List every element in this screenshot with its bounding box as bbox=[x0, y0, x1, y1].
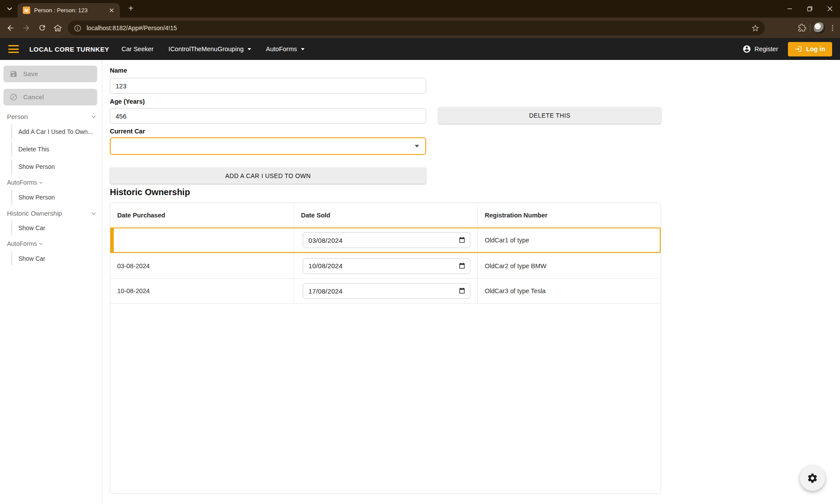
cancel-icon bbox=[10, 93, 18, 101]
cell-registration: OldCar2 of type BMW bbox=[477, 253, 661, 278]
home-button[interactable] bbox=[52, 23, 63, 33]
login-button[interactable]: Log in bbox=[788, 42, 833, 56]
app-nav: Car Seeker IControlTheMenuGrouping AutoF… bbox=[122, 46, 304, 52]
date-sold-input[interactable]: 10/08/2024 bbox=[303, 258, 470, 274]
add-car-button[interactable]: ADD A CAR I USED TO OWN bbox=[110, 168, 426, 184]
reload-button[interactable] bbox=[37, 23, 47, 33]
date-sold-input[interactable]: 03/08/2024 bbox=[303, 232, 470, 248]
browser-tab[interactable]: M Person : Person: 123 ✕ bbox=[18, 3, 120, 18]
toolbar-divider bbox=[810, 24, 810, 32]
sidebar-item-show-car[interactable]: Show Car bbox=[11, 220, 45, 235]
login-icon bbox=[795, 46, 802, 52]
register-button[interactable]: Register bbox=[742, 45, 778, 53]
delete-this-button[interactable]: DELETE THIS bbox=[438, 107, 661, 124]
minimize-button[interactable] bbox=[780, 0, 800, 18]
cancel-button[interactable]: Cancel bbox=[4, 89, 97, 105]
table-empty-area bbox=[110, 304, 661, 494]
age-input[interactable] bbox=[110, 108, 426, 124]
forward-button[interactable] bbox=[21, 23, 32, 33]
profile-avatar[interactable] bbox=[814, 22, 825, 34]
sidebar-subgroup-autoforms[interactable]: AutoForms bbox=[7, 179, 43, 186]
gear-icon bbox=[807, 472, 818, 484]
column-header-date-sold[interactable]: Date Sold bbox=[294, 203, 477, 228]
cell-date-sold: 03/08/2024 bbox=[294, 228, 477, 252]
new-tab-button[interactable]: + bbox=[126, 4, 136, 14]
name-label: Name bbox=[110, 67, 127, 74]
site-info-icon bbox=[74, 24, 81, 32]
page-body: Save Cancel Person Add A Car I Used To O… bbox=[0, 60, 840, 504]
sidebar-group-person[interactable]: Person bbox=[7, 113, 96, 120]
close-button[interactable] bbox=[820, 0, 840, 18]
tab-strip: M Person : Person: 123 ✕ + bbox=[0, 0, 840, 18]
reload-icon bbox=[38, 24, 46, 32]
tab-close-icon[interactable]: ✕ bbox=[108, 7, 116, 14]
sidebar-item-show-person[interactable]: Show Person bbox=[11, 159, 55, 174]
column-header-date-purchased[interactable]: Date Purchased bbox=[110, 203, 294, 228]
historic-ownership-title: Historic Ownership bbox=[110, 187, 190, 197]
cell-date-sold: 17/08/2024 bbox=[294, 279, 477, 303]
close-icon bbox=[827, 6, 833, 11]
nav-item-icontrolthemenugrouping[interactable]: IControlTheMenuGrouping bbox=[168, 46, 251, 52]
sidebar-item-show-person-2[interactable]: Show Person bbox=[11, 190, 55, 205]
settings-fab[interactable] bbox=[800, 466, 825, 491]
table-row[interactable]: 10-08-2024 17/08/2024 OldCar3 of type Te… bbox=[110, 278, 661, 304]
sidebar-group-historic-ownership[interactable]: Historic Ownership bbox=[7, 210, 96, 217]
save-icon bbox=[10, 70, 18, 78]
sidebar-item-add-a-car[interactable]: Add A Car I Used To Own... bbox=[11, 124, 93, 139]
home-icon bbox=[53, 24, 62, 32]
name-input[interactable] bbox=[110, 78, 426, 94]
minimize-icon bbox=[787, 6, 792, 11]
back-icon bbox=[6, 24, 15, 32]
sidebar-subgroup-autoforms-2[interactable]: AutoForms bbox=[7, 240, 43, 247]
nav-item-car-seeker[interactable]: Car Seeker bbox=[122, 46, 154, 52]
hamburger-menu-icon[interactable] bbox=[8, 45, 19, 53]
date-sold-input[interactable]: 17/08/2024 bbox=[303, 283, 470, 299]
main-content: Name Age (Years) DELETE THIS Current Car… bbox=[102, 60, 840, 504]
nav-item-autoforms[interactable]: AutoForms bbox=[266, 46, 304, 52]
cell-registration: OldCar1 of type bbox=[477, 228, 660, 252]
window-controls bbox=[780, 0, 840, 18]
appbar-right: Register Log in bbox=[742, 42, 833, 56]
save-button[interactable]: Save bbox=[4, 66, 97, 82]
back-button[interactable] bbox=[5, 23, 16, 33]
table-header: Date Purchased Date Sold Registration Nu… bbox=[110, 203, 661, 228]
tab-search-button[interactable] bbox=[4, 4, 15, 14]
favicon: M bbox=[23, 7, 30, 14]
collapse-icon bbox=[39, 243, 43, 245]
cell-date-purchased bbox=[114, 228, 294, 252]
toolbar-right bbox=[798, 18, 836, 38]
app-brand: LOCAL CORE TURNKEY bbox=[29, 46, 109, 53]
menu-dots-icon[interactable] bbox=[829, 24, 836, 32]
sidebar-item-delete-this[interactable]: Delete This bbox=[11, 142, 49, 157]
table-row[interactable]: 03/08/2024 OldCar1 of type bbox=[110, 228, 661, 253]
select-caret-icon bbox=[415, 145, 419, 147]
tab-title: Person : Person: 123 bbox=[34, 7, 108, 14]
calendar-icon[interactable] bbox=[458, 262, 466, 270]
age-label: Age (Years) bbox=[110, 98, 145, 105]
chevron-down-icon bbox=[301, 48, 304, 50]
column-header-registration-number[interactable]: Registration Number bbox=[477, 203, 661, 228]
address-bar[interactable]: localhost:8182/App#/Person/4!15 bbox=[68, 21, 765, 35]
cell-registration: OldCar3 of type Tesla bbox=[477, 279, 661, 303]
chevron-down-icon bbox=[7, 7, 12, 10]
collapse-icon bbox=[91, 212, 96, 215]
extensions-icon[interactable] bbox=[798, 24, 806, 32]
table-row[interactable]: 03-08-2024 10/08/2024 OldCar2 of type BM… bbox=[110, 253, 661, 278]
person-icon bbox=[742, 45, 751, 53]
current-car-label: Current Car bbox=[110, 128, 145, 135]
url-text: localhost:8182/App#/Person/4!15 bbox=[87, 24, 751, 32]
sidebar: Save Cancel Person Add A Car I Used To O… bbox=[0, 60, 102, 504]
forward-icon bbox=[22, 24, 31, 32]
browser-toolbar: localhost:8182/App#/Person/4!15 bbox=[0, 18, 840, 38]
historic-ownership-table: Date Purchased Date Sold Registration Nu… bbox=[110, 203, 661, 494]
bookmark-star-icon[interactable] bbox=[751, 24, 760, 32]
current-car-select[interactable] bbox=[110, 137, 426, 155]
restore-button[interactable] bbox=[800, 0, 820, 18]
chevron-down-icon bbox=[248, 48, 251, 50]
collapse-icon bbox=[91, 116, 96, 118]
calendar-icon[interactable] bbox=[458, 237, 466, 244]
cell-date-sold: 10/08/2024 bbox=[294, 253, 477, 278]
cell-date-purchased: 03-08-2024 bbox=[110, 253, 294, 278]
sidebar-item-show-car-2[interactable]: Show Car bbox=[11, 251, 45, 266]
calendar-icon[interactable] bbox=[458, 287, 466, 294]
